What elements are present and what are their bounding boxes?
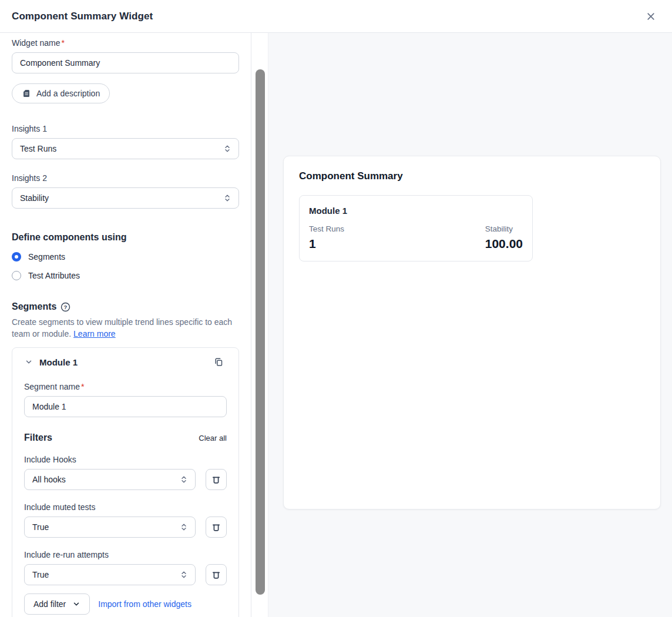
filter-rerun-value: True [32, 570, 49, 579]
radio-unselected-icon [12, 271, 21, 280]
radio-selected-icon [12, 252, 21, 261]
dialog-title: Component Summary Widget [12, 11, 153, 22]
preview-title: Component Summary [299, 170, 645, 182]
widget-name-input[interactable] [12, 52, 239, 73]
metric-test-runs-value: 1 [309, 236, 344, 252]
preview-module-title: Module 1 [309, 204, 523, 218]
component-summary-widget-dialog: Component Summary Widget Widget name* [0, 0, 672, 617]
filters-heading: Filters [24, 431, 52, 445]
insights-2-select[interactable]: Stability [12, 187, 239, 209]
filter-rerun-select[interactable]: True [24, 564, 196, 585]
learn-more-link[interactable]: Learn more [73, 329, 116, 338]
filter-rerun-label: Include re-run attempts [24, 549, 227, 561]
trash-icon [211, 522, 221, 532]
delete-filter-hooks-button[interactable] [206, 469, 227, 490]
add-description-label: Add a description [36, 89, 100, 98]
required-asterisk: * [81, 382, 84, 391]
filter-muted-value: True [32, 522, 49, 532]
selector-icon [179, 570, 189, 579]
trash-icon [211, 475, 221, 484]
chevron-down-icon [72, 600, 80, 608]
preview-metrics-row: Test Runs 1 Stability 100.00 [309, 223, 523, 252]
segment-name-label: Segment name* [24, 381, 227, 393]
svg-text:?: ? [64, 304, 68, 310]
filter-hooks-value: All hooks [32, 475, 66, 484]
trash-icon [211, 570, 221, 579]
selector-icon [223, 193, 232, 203]
close-button[interactable] [643, 8, 659, 25]
delete-filter-rerun-button[interactable] [206, 564, 227, 585]
radio-segments-label: Segments [28, 252, 65, 261]
filter-muted-select[interactable]: True [24, 517, 196, 538]
widget-preview-card: Component Summary Module 1 Test Runs 1 S… [283, 156, 661, 509]
preview-panel: Component Summary Module 1 Test Runs 1 S… [268, 33, 672, 617]
metric-test-runs: Test Runs 1 [309, 223, 344, 252]
segments-description: Create segments to view multiple trend l… [12, 316, 237, 340]
add-description-button[interactable]: Add a description [12, 83, 110, 103]
segments-help-button[interactable]: ? [61, 302, 70, 312]
insights-1-value: Test Runs [20, 144, 56, 153]
radio-test-attributes-label: Test Attributes [28, 271, 80, 280]
required-asterisk: * [61, 38, 64, 48]
dialog-header: Component Summary Widget [0, 0, 672, 33]
dialog-body: Widget name* Add a description Insights … [0, 33, 672, 617]
radio-option-test-attributes[interactable]: Test Attributes [12, 271, 239, 280]
insights-2-value: Stability [20, 193, 49, 203]
config-panel: Widget name* Add a description Insights … [0, 33, 251, 617]
metric-stability-value: 100.00 [485, 236, 523, 252]
selector-icon [179, 475, 189, 484]
duplicate-segment-button[interactable] [210, 354, 227, 370]
add-filter-button[interactable]: Add filter [24, 593, 90, 615]
filter-hooks-label: Include Hooks [24, 454, 227, 465]
document-icon [22, 89, 31, 98]
close-icon [645, 11, 657, 22]
segment-card: Module 1 Segment name* [12, 347, 239, 617]
metric-stability-label: Stability [485, 223, 523, 235]
segments-heading: Segments [12, 300, 56, 314]
widget-name-label-text: Widget name [12, 38, 60, 48]
metric-test-runs-label: Test Runs [309, 223, 344, 235]
segment-name-label-text: Segment name [24, 382, 80, 391]
metric-stability: Stability 100.00 [485, 223, 523, 252]
define-components-heading: Define components using [12, 230, 239, 244]
filter-muted-label: Include muted tests [24, 501, 227, 513]
delete-filter-muted-button[interactable] [206, 517, 227, 538]
segments-description-text: Create segments to view multiple trend l… [12, 317, 232, 338]
add-filter-label: Add filter [33, 599, 66, 609]
selector-icon [179, 522, 189, 532]
segment-card-title: Module 1 [39, 357, 78, 367]
segment-card-header: Module 1 [24, 354, 227, 370]
segment-collapse-toggle[interactable]: Module 1 [24, 357, 78, 367]
clear-all-button[interactable]: Clear all [199, 434, 227, 442]
scrollbar-thumb[interactable] [256, 69, 265, 595]
question-circle-icon: ? [61, 302, 70, 312]
scrollbar-track [251, 33, 268, 617]
segment-name-input[interactable] [24, 396, 227, 417]
import-from-widgets-link[interactable]: Import from other widgets [98, 599, 191, 609]
chevron-down-icon [24, 357, 33, 367]
insights-1-label: Insights 1 [12, 123, 239, 135]
selector-icon [223, 144, 232, 153]
insights-1-select[interactable]: Test Runs [12, 138, 239, 159]
preview-module-card: Module 1 Test Runs 1 Stability 100.00 [299, 195, 533, 261]
radio-option-segments[interactable]: Segments [12, 252, 239, 261]
filter-hooks-select[interactable]: All hooks [24, 469, 196, 490]
widget-name-label: Widget name* [12, 37, 239, 49]
insights-2-label: Insights 2 [12, 172, 239, 184]
copy-icon [213, 357, 224, 367]
